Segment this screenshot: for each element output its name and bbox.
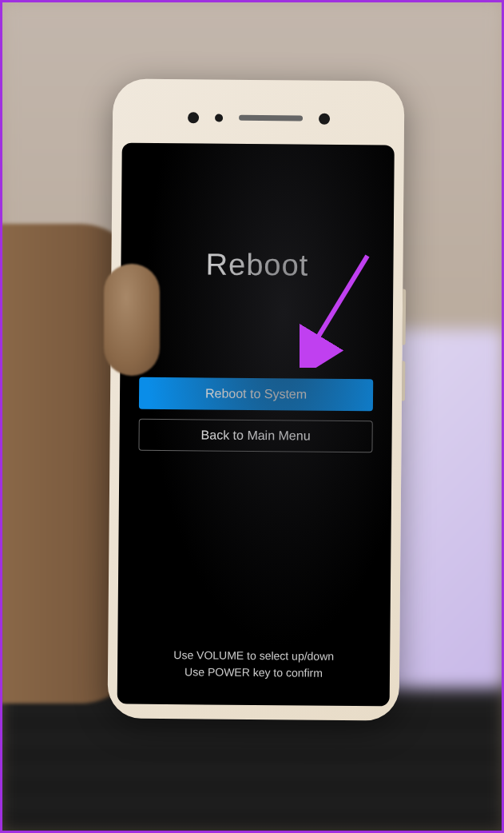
menu-option-reboot-system[interactable]: Reboot to System <box>139 377 374 412</box>
reboot-menu: Reboot to System Back to Main Menu <box>138 377 373 453</box>
screen-title: Reboot <box>206 247 309 282</box>
recovery-screen: Reboot Reboot to System Back to Main Men… <box>117 143 395 707</box>
sensor-dot <box>215 114 223 122</box>
phone-device: Reboot Reboot to System Back to Main Men… <box>108 78 405 720</box>
menu-option-back-main[interactable]: Back to Main Menu <box>138 419 373 453</box>
front-camera <box>319 113 330 124</box>
power-button <box>402 361 405 401</box>
phone-top-sensors <box>113 90 405 145</box>
navigation-instructions: Use VOLUME to select up/down Use POWER k… <box>117 647 390 683</box>
instruction-line-2: Use POWER key to confirm <box>117 663 390 682</box>
sensor-dot <box>188 112 199 123</box>
volume-button <box>403 289 407 345</box>
thumb <box>104 264 160 376</box>
instruction-line-1: Use VOLUME to select up/down <box>117 647 390 666</box>
earpiece-speaker <box>239 115 303 122</box>
